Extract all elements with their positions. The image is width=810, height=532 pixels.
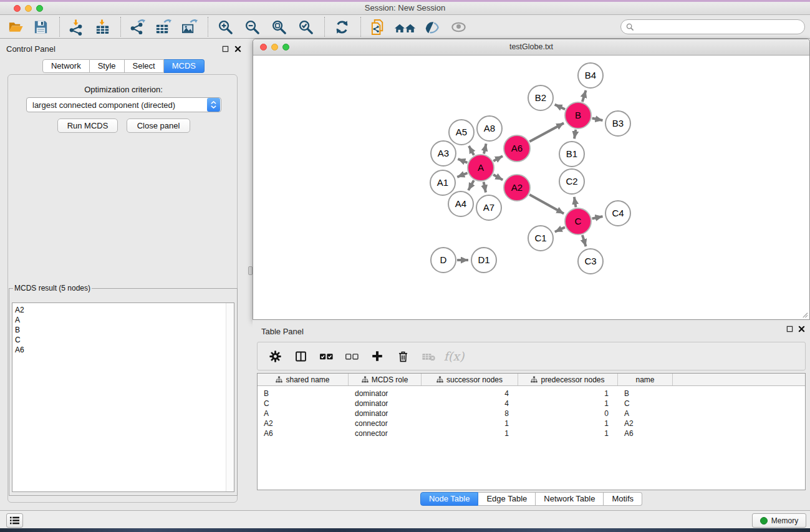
table-row[interactable]: A2connector11A2 bbox=[258, 418, 805, 428]
network-graph[interactable]: B4B2BB3A5A8A6A3B1AC2A1A2A4A7C4CC1C3DD1 bbox=[253, 56, 809, 319]
column-header-name[interactable]: name bbox=[618, 374, 673, 385]
maximize-window-button[interactable] bbox=[36, 5, 43, 12]
close-table-panel-icon[interactable] bbox=[798, 325, 806, 333]
split-columns-icon[interactable] bbox=[293, 349, 308, 364]
minimize-window-button[interactable] bbox=[25, 5, 32, 12]
zoom-out-icon[interactable] bbox=[243, 17, 261, 36]
graph-edge-B-B4[interactable] bbox=[582, 90, 586, 102]
close-panel-button[interactable]: Close panel bbox=[127, 118, 190, 133]
graph-node-B2[interactable]: B2 bbox=[528, 85, 553, 110]
graph-edge-C-C1[interactable] bbox=[555, 227, 565, 231]
tab-style[interactable]: Style bbox=[90, 59, 125, 73]
graph-node-B3[interactable]: B3 bbox=[605, 111, 630, 136]
tab-motifs[interactable]: Motifs bbox=[604, 492, 642, 506]
mcds-result-list[interactable]: A2ABCA6 bbox=[12, 302, 234, 492]
export-table-icon[interactable] bbox=[153, 17, 172, 36]
column-header-MCDS-role[interactable]: MCDS role bbox=[349, 374, 422, 385]
criterion-select[interactable]: largest connected component (directed) bbox=[26, 97, 221, 112]
graph-edge-A-A2[interactable] bbox=[493, 175, 503, 180]
mcds-result-item[interactable]: A6 bbox=[15, 345, 234, 355]
close-window-button[interactable] bbox=[14, 5, 21, 12]
graph-edge-A2-C[interactable] bbox=[529, 195, 564, 213]
float-table-panel-icon[interactable] bbox=[786, 325, 794, 333]
graph-node-A6[interactable]: A6 bbox=[504, 135, 530, 162]
table-row[interactable]: Cdominator41C bbox=[258, 399, 805, 409]
tab-mcds[interactable]: MCDS bbox=[164, 59, 205, 73]
search-box[interactable] bbox=[620, 19, 805, 34]
tab-select[interactable]: Select bbox=[125, 59, 164, 73]
tab-network-table[interactable]: Network Table bbox=[536, 492, 604, 506]
resize-grip-icon[interactable] bbox=[801, 311, 808, 318]
show-details-icon[interactable] bbox=[449, 17, 468, 36]
network-canvas[interactable]: B4B2BB3A5A8A6A3B1AC2A1A2A4A7C4CC1C3DD1 bbox=[253, 56, 809, 319]
column-header-successor-nodes[interactable]: successor nodes bbox=[422, 374, 518, 385]
search-input[interactable] bbox=[637, 22, 799, 31]
graph-node-C1[interactable]: C1 bbox=[528, 226, 553, 251]
graph-node-B1[interactable]: B1 bbox=[559, 142, 584, 167]
table-row[interactable]: Adominator80A bbox=[258, 409, 805, 418]
graph-node-A7[interactable]: A7 bbox=[476, 195, 501, 220]
graph-node-A5[interactable]: A5 bbox=[449, 120, 474, 145]
run-mcds-button[interactable]: Run MCDS bbox=[57, 118, 118, 133]
open-session-icon[interactable] bbox=[6, 17, 25, 36]
graph-edge-A-A1[interactable] bbox=[457, 173, 467, 177]
mcds-result-item[interactable]: A bbox=[15, 315, 234, 325]
table-row[interactable]: Bdominator41B bbox=[258, 389, 805, 399]
mcds-list-scrollbar[interactable] bbox=[226, 303, 234, 491]
tab-edge-table[interactable]: Edge Table bbox=[478, 492, 536, 506]
duplicate-network-icon[interactable] bbox=[369, 17, 387, 36]
graph-node-B4[interactable]: B4 bbox=[578, 63, 603, 88]
graph-node-A4[interactable]: A4 bbox=[448, 191, 473, 216]
mcds-result-item[interactable]: A2 bbox=[15, 305, 234, 315]
import-network-icon[interactable] bbox=[67, 17, 85, 36]
graph-edge-B-B3[interactable] bbox=[592, 118, 603, 120]
tab-network[interactable]: Network bbox=[42, 59, 90, 73]
memory-button[interactable]: Memory bbox=[752, 513, 806, 528]
graph-node-A2[interactable]: A2 bbox=[504, 175, 530, 201]
graph-edge-A-A6[interactable] bbox=[493, 156, 503, 161]
graph-node-A8[interactable]: A8 bbox=[477, 116, 502, 141]
graph-node-A3[interactable]: A3 bbox=[431, 141, 456, 166]
hide-details-icon[interactable] bbox=[421, 17, 440, 36]
import-table-icon[interactable] bbox=[93, 17, 112, 36]
column-header-predecessor-nodes[interactable]: predecessor nodes bbox=[518, 374, 618, 385]
deselect-all-icon[interactable] bbox=[344, 349, 359, 364]
refresh-icon[interactable] bbox=[332, 17, 351, 36]
graph-edge-C-C3[interactable] bbox=[582, 235, 586, 246]
delete-table-icon[interactable] bbox=[421, 349, 436, 364]
graph-node-A[interactable]: A bbox=[468, 155, 494, 181]
graph-edge-A-A3[interactable] bbox=[458, 159, 467, 163]
graph-node-C[interactable]: C bbox=[565, 208, 591, 235]
save-session-icon[interactable] bbox=[31, 17, 50, 36]
zoom-selected-icon[interactable] bbox=[296, 17, 315, 36]
tab-node-table[interactable]: Node Table bbox=[420, 492, 479, 506]
zoom-fit-icon[interactable] bbox=[269, 17, 288, 36]
maximize-network-button[interactable] bbox=[282, 44, 289, 51]
home-icon[interactable] bbox=[393, 17, 418, 36]
graph-edge-A-A7[interactable] bbox=[484, 182, 486, 193]
close-network-button[interactable] bbox=[260, 44, 267, 51]
column-header-shared-name[interactable]: shared name bbox=[258, 374, 349, 385]
graph-node-C2[interactable]: C2 bbox=[559, 169, 584, 194]
settings-icon[interactable] bbox=[268, 349, 282, 364]
graph-edge-A-A5[interactable] bbox=[469, 146, 474, 155]
graph-edge-B-B2[interactable] bbox=[555, 105, 566, 110]
vertical-divider-handle[interactable] bbox=[248, 266, 253, 275]
graph-node-A1[interactable]: A1 bbox=[430, 170, 455, 195]
mcds-result-item[interactable]: B bbox=[15, 325, 234, 335]
graph-node-C4[interactable]: C4 bbox=[605, 201, 630, 226]
delete-column-icon[interactable] bbox=[395, 349, 410, 364]
export-image-icon[interactable] bbox=[180, 17, 198, 36]
graph-edge-A-A4[interactable] bbox=[468, 180, 474, 190]
graph-node-B[interactable]: B bbox=[565, 102, 591, 128]
graph-edge-C-C4[interactable] bbox=[592, 216, 603, 218]
task-history-button[interactable] bbox=[6, 513, 23, 528]
close-panel-icon[interactable] bbox=[234, 45, 242, 53]
minimize-network-button[interactable] bbox=[271, 44, 278, 51]
graph-node-C3[interactable]: C3 bbox=[578, 249, 603, 274]
select-all-icon[interactable] bbox=[319, 349, 334, 364]
graph-edge-C-C2[interactable] bbox=[574, 197, 576, 208]
table-row[interactable]: A6connector11A6 bbox=[258, 428, 805, 438]
graph-edge-A-A8[interactable] bbox=[484, 143, 486, 153]
mcds-result-item[interactable]: C bbox=[15, 335, 234, 345]
